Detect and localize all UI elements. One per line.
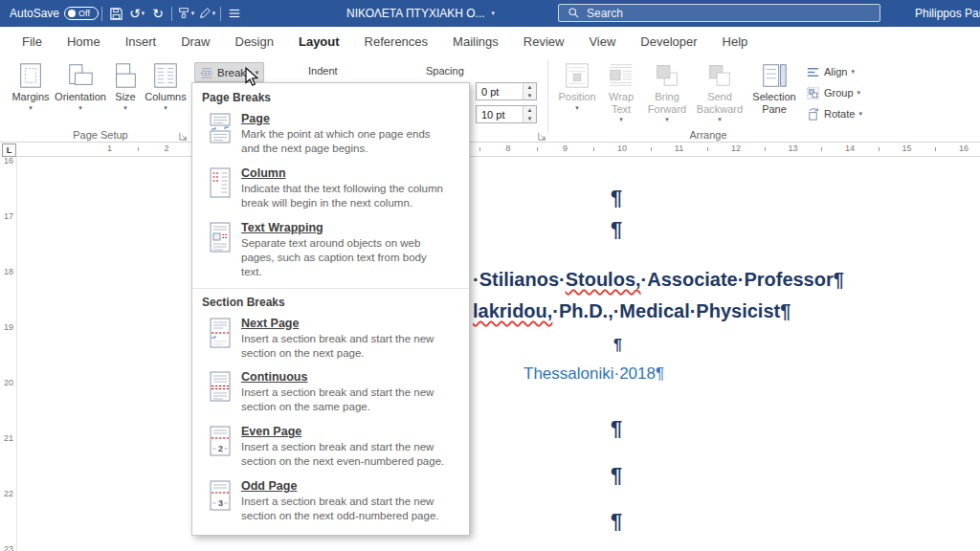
tab-mailings[interactable]: Mailings bbox=[440, 28, 511, 55]
break-option-text-wrapping[interactable]: Text WrappingSeparate text around object… bbox=[192, 216, 469, 285]
tab-draw[interactable]: Draw bbox=[168, 28, 222, 55]
spacing-before-stepper[interactable]: ▲▼ bbox=[523, 83, 536, 99]
chevron-down-icon: ▾ bbox=[29, 104, 33, 112]
page-setup-dialog-launcher[interactable] bbox=[178, 131, 189, 142]
toggle-knob-icon bbox=[68, 10, 76, 17]
tab-help[interactable]: Help bbox=[710, 28, 761, 55]
draw-tool-button[interactable]: ▾ bbox=[196, 2, 217, 25]
ruler-tick bbox=[537, 147, 538, 151]
ruler-number: 22 bbox=[4, 489, 13, 498]
tab-design[interactable]: Design bbox=[223, 28, 286, 55]
break-option-odd-page[interactable]: Odd PageInsert a section break and start… bbox=[192, 474, 469, 529]
spacing-label: Spacing bbox=[426, 65, 464, 77]
stepper-up-icon[interactable]: ▲ bbox=[523, 106, 536, 115]
breaks-icon bbox=[200, 66, 213, 79]
send-backward-button[interactable]: Send Backward ▾ bbox=[693, 61, 746, 123]
selection-pane-label: Selection Pane bbox=[748, 91, 800, 115]
spacing-after-stepper[interactable]: ▲▼ bbox=[523, 106, 536, 122]
ruler-tick bbox=[879, 147, 880, 151]
document-page[interactable]: ¶¶·Stilianos·Stoulos,·Associate·Professo… bbox=[0, 156, 980, 551]
position-label: Position bbox=[558, 91, 595, 103]
menu-item-description: Insert a section break and start the new… bbox=[241, 495, 446, 523]
ruler-number: 21 bbox=[4, 433, 13, 443]
chevron-down-icon: ▾ bbox=[851, 68, 855, 76]
breaks-label: Breaks bbox=[217, 67, 252, 78]
ruler-number: 19 bbox=[4, 322, 13, 332]
breaks-button[interactable]: Breaks ▾ bbox=[194, 62, 264, 82]
paragraph-dialog-launcher[interactable] bbox=[537, 131, 547, 142]
vertical-ruler[interactable]: 1617181920212223 bbox=[0, 156, 17, 551]
stepper-down-icon[interactable]: ▼ bbox=[523, 92, 536, 100]
break-option-next-page[interactable]: Next PageInsert a section break and star… bbox=[192, 312, 469, 366]
margins-button[interactable]: Margins ▾ bbox=[10, 61, 52, 112]
selection-pane-button[interactable]: Selection Pane bbox=[748, 61, 800, 115]
tab-home[interactable]: Home bbox=[55, 28, 113, 55]
menu-item-label: Page bbox=[241, 112, 446, 125]
break-option-page[interactable]: PageMark the point at which one page end… bbox=[192, 107, 469, 162]
ruler-tick bbox=[651, 147, 652, 151]
chevron-down-icon: ▾ bbox=[858, 89, 861, 97]
break-option-even-page[interactable]: Even PageInsert a section break and star… bbox=[192, 420, 469, 474]
tab-file[interactable]: File bbox=[10, 28, 55, 55]
columns-icon bbox=[151, 61, 180, 90]
tab-layout[interactable]: Layout bbox=[286, 28, 352, 55]
autosave-state: Off bbox=[78, 10, 90, 18]
ribbon-tab-row: FileHomeInsertDrawDesignLayoutReferences… bbox=[0, 27, 980, 56]
break-option-continuous[interactable]: ContinuousInsert a section break and sta… bbox=[192, 365, 469, 420]
chevron-down-icon: ▾ bbox=[575, 104, 579, 112]
spacing-before-input[interactable]: 0 pt ▲▼ bbox=[476, 82, 537, 100]
ruler-number: 16 bbox=[4, 156, 13, 165]
size-label: Size bbox=[115, 91, 135, 103]
orientation-button[interactable]: Orientation ▾ bbox=[54, 61, 107, 112]
format-painter-button[interactable]: ▾ bbox=[175, 2, 196, 25]
chevron-down-icon: ▾ bbox=[492, 10, 496, 17]
menu-item-label: Odd Page bbox=[241, 479, 446, 493]
undo-button[interactable]: ↺▾ bbox=[126, 2, 147, 25]
account-name[interactable]: Philippos Panag bbox=[915, 0, 980, 27]
group-button[interactable]: Group ▾ bbox=[806, 83, 860, 102]
align-button[interactable]: Align ▾ bbox=[806, 62, 855, 81]
column-break-icon bbox=[208, 167, 233, 198]
bring-forward-button[interactable]: Bring Forward ▾ bbox=[643, 61, 691, 123]
wrap-text-button[interactable]: Wrap Text ▾ bbox=[602, 61, 640, 123]
pilcrow-mark: ¶ bbox=[611, 509, 622, 534]
columns-button[interactable]: Columns ▾ bbox=[144, 61, 188, 112]
tab-selector[interactable]: L bbox=[2, 143, 16, 157]
stepper-up-icon[interactable]: ▲ bbox=[523, 83, 536, 92]
position-button[interactable]: Position ▾ bbox=[555, 61, 599, 112]
document-title[interactable]: ΝΙΚΟΛΕΤΑ ΠΤΥΧΙΑΚΗ Ο... ▾ bbox=[346, 0, 495, 27]
ruler-tick bbox=[593, 147, 594, 151]
wrap-text-label: Wrap Text bbox=[602, 91, 640, 115]
break-option-column[interactable]: ColumnIndicate that the text following t… bbox=[192, 162, 469, 216]
ruler-number: 11 bbox=[675, 143, 683, 153]
margins-label: Margins bbox=[11, 91, 49, 103]
ruler-number: 12 bbox=[731, 143, 741, 153]
autosave-switch-icon[interactable]: Off bbox=[64, 7, 99, 20]
tab-insert[interactable]: Insert bbox=[113, 28, 169, 55]
redo-button[interactable]: ↻ bbox=[147, 2, 168, 25]
size-button[interactable]: Size ▾ bbox=[109, 61, 142, 112]
ruler-tick bbox=[935, 147, 936, 151]
arrange-group-label: Arrange bbox=[660, 129, 756, 141]
tab-developer[interactable]: Developer bbox=[628, 28, 709, 55]
search-input[interactable]: Search bbox=[558, 4, 880, 22]
page-break-icon bbox=[208, 113, 233, 143]
rotate-button[interactable]: Rotate ▾ bbox=[806, 104, 862, 123]
tab-review[interactable]: Review bbox=[511, 28, 577, 55]
tab-references[interactable]: References bbox=[352, 28, 440, 55]
autosave-toggle[interactable]: AutoSave Off bbox=[10, 7, 99, 20]
document-text-line: Thessaloniki·2018¶ bbox=[523, 364, 664, 384]
save-button[interactable] bbox=[105, 2, 126, 25]
stepper-down-icon[interactable]: ▼ bbox=[523, 115, 536, 123]
chevron-down-icon: ▾ bbox=[619, 116, 623, 123]
group-divider bbox=[547, 60, 548, 134]
customize-toolbar-button[interactable] bbox=[224, 2, 245, 25]
horizontal-ruler[interactable]: 12345678910111213141516 bbox=[0, 142, 980, 157]
odd-page-break-icon bbox=[208, 480, 233, 511]
orientation-icon bbox=[66, 61, 95, 90]
chevron-down-icon: ▾ bbox=[256, 69, 259, 77]
tab-view[interactable]: View bbox=[576, 28, 628, 55]
spacing-after-input[interactable]: 10 pt ▲▼ bbox=[476, 105, 537, 123]
chevron-down-icon: ▾ bbox=[858, 110, 862, 118]
ruler-tick bbox=[765, 147, 766, 151]
